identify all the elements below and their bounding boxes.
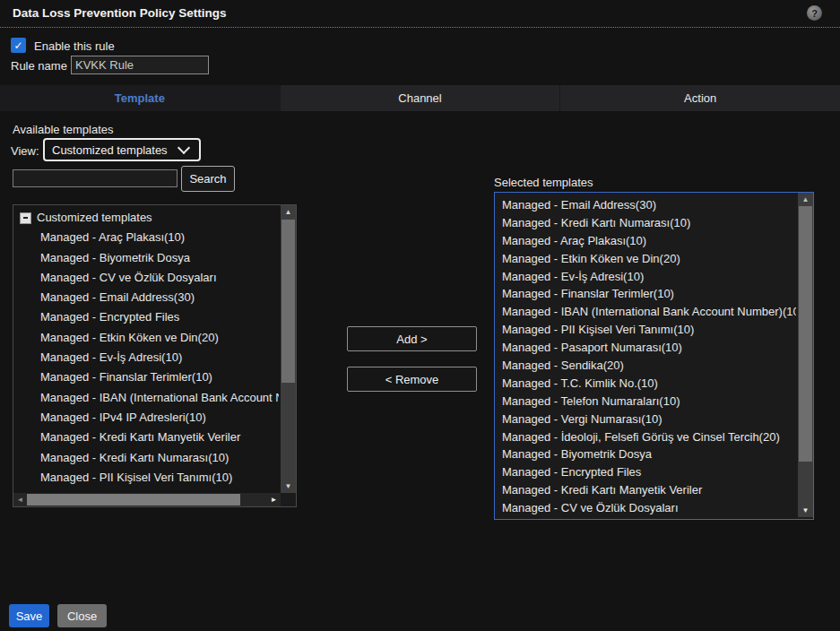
list-item[interactable]: Managed - Pasaport Numarası(10) — [495, 339, 796, 357]
checkmark-icon: ✓ — [13, 39, 22, 52]
list-item[interactable]: Managed - Sendika(20) — [495, 357, 796, 375]
scroll-up-icon[interactable]: ▲ — [798, 193, 813, 206]
list-item[interactable]: Managed - T.C. Kimlik No.(10) — [495, 375, 796, 393]
rule-name-input[interactable] — [71, 56, 209, 74]
scroll-left-icon[interactable]: ◄ — [13, 493, 27, 506]
list-item[interactable]: Managed - Etkin Köken ve Din(20) — [495, 250, 796, 268]
search-button[interactable]: Search — [181, 166, 235, 192]
list-item[interactable]: Managed - Vergi Numarası(10) — [495, 411, 796, 428]
view-dropdown-value: Customized templates — [45, 143, 179, 157]
list-item[interactable]: Managed - IBAN (International Bank Accou… — [13, 388, 279, 408]
available-templates-rows: Customized templates Managed - Araç Plak… — [13, 208, 279, 488]
rule-name-label: Rule name : — [11, 59, 74, 73]
list-item[interactable]: Managed - Etkin Köken ve Din(20) — [13, 328, 279, 348]
help-glyph: ? — [811, 8, 818, 19]
left-horizontal-scrollbar[interactable]: ◄ ► — [13, 493, 281, 506]
add-button[interactable]: Add > — [347, 326, 477, 351]
list-item[interactable]: Managed - Email Address(30) — [495, 196, 796, 214]
scroll-up-icon[interactable]: ▲ — [281, 205, 296, 219]
selected-template-rows: Managed - Email Address(30) Managed - Kr… — [495, 196, 796, 517]
dlp-policy-settings-window: Data Loss Prevention Policy Settings ? ✓… — [0, 0, 840, 631]
list-item[interactable]: Managed - Kredi Kartı Manyetik Veriler — [495, 481, 796, 499]
list-item[interactable]: Managed - Encrypted Files — [495, 463, 796, 481]
remove-button[interactable]: < Remove — [347, 367, 477, 392]
scroll-down-icon[interactable]: ▼ — [798, 504, 813, 517]
page-title: Data Loss Prevention Policy Settings — [13, 6, 227, 20]
list-item[interactable]: Managed - Telefon Numaraları(10) — [495, 393, 796, 411]
list-item[interactable]: Managed - CV ve Özlük Dosyaları — [13, 268, 279, 288]
scroll-right-icon[interactable]: ► — [267, 493, 281, 506]
selected-templates-label: Selected templates — [494, 176, 593, 189]
scrollbar-corner — [281, 493, 296, 506]
list-item[interactable]: Managed - Kredi Kartı Numarası(10) — [495, 214, 796, 232]
tree-collapse-icon[interactable] — [20, 212, 31, 224]
right-vertical-scrollbar[interactable]: ▲ ▼ — [798, 193, 813, 517]
scrollbar-thumb[interactable] — [27, 494, 240, 506]
available-templates-label: Available templates — [13, 123, 114, 136]
template-group-row[interactable]: Customized templates — [13, 208, 279, 228]
chevron-down-icon — [178, 142, 190, 154]
scroll-down-icon[interactable]: ▼ — [281, 480, 296, 493]
list-item[interactable]: Managed - IPv4 IP Adresleri(10) — [13, 408, 279, 428]
header-divider — [0, 27, 840, 28]
tab-channel[interactable]: Channel — [281, 85, 561, 111]
list-item[interactable]: Managed - Finanslar Terimler(10) — [495, 285, 796, 303]
list-item[interactable]: Managed - İdeoloji, Felsefi Görüş ve Cin… — [495, 428, 796, 446]
available-templates-listbox[interactable]: Customized templates Managed - Araç Plak… — [13, 204, 297, 507]
view-dropdown[interactable]: Customized templates — [43, 138, 201, 161]
search-input[interactable] — [13, 169, 178, 187]
list-item[interactable]: Managed - CV ve Özlük Dosyaları — [495, 499, 796, 517]
tab-template[interactable]: Template — [0, 85, 281, 111]
list-item[interactable]: Managed - IBAN (International Bank Accou… — [495, 303, 796, 321]
enable-rule-checkbox[interactable]: ✓ — [11, 38, 26, 53]
tab-action[interactable]: Action — [560, 85, 840, 111]
list-item[interactable]: Managed - Araç Plakası(10) — [495, 232, 796, 250]
list-item[interactable]: Managed - PII Kişisel Veri Tanımı(10) — [13, 468, 279, 488]
list-item[interactable]: Managed - Kredi Kartı Numarası(10) — [13, 448, 279, 468]
save-button[interactable]: Save — [9, 604, 49, 627]
close-button[interactable]: Close — [57, 604, 107, 627]
tab-bar: Template Channel Action — [0, 85, 840, 111]
help-icon[interactable]: ? — [807, 5, 822, 21]
selected-templates-listbox[interactable]: Managed - Email Address(30) Managed - Kr… — [494, 192, 814, 520]
left-vertical-scrollbar[interactable]: ▲ ▼ — [281, 205, 296, 493]
template-group-label: Customized templates — [37, 208, 152, 228]
list-item[interactable]: Managed - Biyometrik Dosya — [13, 248, 279, 268]
list-item[interactable]: Managed - Finanslar Terimler(10) — [13, 367, 279, 387]
view-label: View: — [11, 144, 39, 158]
scrollbar-thumb[interactable] — [799, 206, 812, 462]
scrollbar-thumb[interactable] — [281, 220, 295, 383]
available-template-items: Managed - Araç Plakası(10) Managed - Biy… — [13, 228, 279, 488]
list-item[interactable]: Managed - Email Address(30) — [13, 288, 279, 307]
list-item[interactable]: Managed - Encrypted Files — [13, 307, 279, 327]
list-item[interactable]: Managed - Ev-İş Adresi(10) — [13, 348, 279, 367]
list-item[interactable]: Managed - Araç Plakası(10) — [13, 228, 279, 247]
list-item[interactable]: Managed - Kredi Kartı Manyetik Veriler — [13, 428, 279, 447]
list-item[interactable]: Managed - Ev-İş Adresi(10) — [495, 268, 796, 286]
enable-rule-label: Enable this rule — [34, 39, 115, 53]
list-item[interactable]: Managed - Biyometrik Dosya — [495, 445, 796, 463]
list-item[interactable]: Managed - PII Kişisel Veri Tanımı(10) — [495, 321, 796, 339]
